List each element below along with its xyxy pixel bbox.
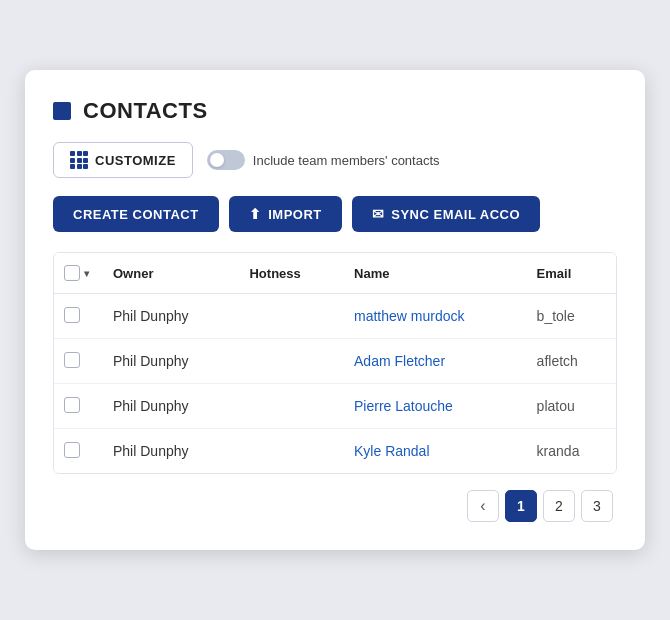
row-name[interactable]: Adam Fletcher xyxy=(340,339,523,384)
contacts-table: ▾ Owner Hotness Name Email Phil Dunphy m… xyxy=(54,253,616,473)
page-1-button[interactable]: 1 xyxy=(505,490,537,522)
row-owner: Phil Dunphy xyxy=(99,294,235,339)
sync-email-label: SYNC EMAIL ACCO xyxy=(391,207,520,222)
create-contact-label: CREATE CONTACT xyxy=(73,207,199,222)
create-contact-button[interactable]: CREATE CONTACT xyxy=(53,196,219,232)
row-owner: Phil Dunphy xyxy=(99,339,235,384)
row-checkbox-2[interactable] xyxy=(64,397,80,413)
row-checkbox-cell xyxy=(54,429,99,474)
row-owner: Phil Dunphy xyxy=(99,384,235,429)
pagination: ‹ 1 2 3 xyxy=(53,490,617,522)
import-button[interactable]: ⬆ IMPORT xyxy=(229,196,342,232)
row-email: kranda xyxy=(523,429,616,474)
col-hotness: Hotness xyxy=(235,253,340,294)
email-icon: ✉ xyxy=(372,206,385,222)
table-header-row: ▾ Owner Hotness Name Email xyxy=(54,253,616,294)
col-owner: Owner xyxy=(99,253,235,294)
col-name: Name xyxy=(340,253,523,294)
row-checkbox-cell xyxy=(54,384,99,429)
check-header: ▾ xyxy=(54,253,99,294)
table-row: Phil Dunphy Adam Fletcher afletch xyxy=(54,339,616,384)
page-2-button[interactable]: 2 xyxy=(543,490,575,522)
toggle-label: Include team members' contacts xyxy=(253,153,440,168)
customize-button[interactable]: CUSTOMIZE xyxy=(53,142,193,178)
row-email: b_tole xyxy=(523,294,616,339)
import-icon: ⬆ xyxy=(249,206,262,222)
check-dropdown-arrow[interactable]: ▾ xyxy=(84,268,89,279)
contacts-table-wrap: ▾ Owner Hotness Name Email Phil Dunphy m… xyxy=(53,252,617,474)
row-checkbox-cell xyxy=(54,339,99,384)
row-name[interactable]: Kyle Randal xyxy=(340,429,523,474)
select-all-checkbox[interactable] xyxy=(64,265,80,281)
page-title: CONTACTS xyxy=(83,98,208,124)
contacts-card: CONTACTS CUSTOMIZE Include team members'… xyxy=(25,70,645,550)
row-email: platou xyxy=(523,384,616,429)
import-label: IMPORT xyxy=(268,207,322,222)
grid-icon xyxy=(70,151,88,169)
page-3-button[interactable]: 3 xyxy=(581,490,613,522)
row-hotness xyxy=(235,294,340,339)
col-email: Email xyxy=(523,253,616,294)
action-row: CREATE CONTACT ⬆ IMPORT ✉ SYNC EMAIL ACC… xyxy=(53,196,617,232)
row-hotness xyxy=(235,429,340,474)
toolbar-row: CUSTOMIZE Include team members' contacts xyxy=(53,142,617,178)
row-checkbox-0[interactable] xyxy=(64,307,80,323)
row-checkbox-1[interactable] xyxy=(64,352,80,368)
toggle-wrap: Include team members' contacts xyxy=(207,150,440,170)
table-row: Phil Dunphy Kyle Randal kranda xyxy=(54,429,616,474)
team-members-toggle[interactable] xyxy=(207,150,245,170)
contacts-icon xyxy=(53,102,71,120)
row-name[interactable]: Pierre Latouche xyxy=(340,384,523,429)
row-hotness xyxy=(235,339,340,384)
row-name[interactable]: matthew murdock xyxy=(340,294,523,339)
table-row: Phil Dunphy Pierre Latouche platou xyxy=(54,384,616,429)
customize-label: CUSTOMIZE xyxy=(95,153,176,168)
table-row: Phil Dunphy matthew murdock b_tole xyxy=(54,294,616,339)
sync-email-button[interactable]: ✉ SYNC EMAIL ACCO xyxy=(352,196,540,232)
row-checkbox-3[interactable] xyxy=(64,442,80,458)
row-email: afletch xyxy=(523,339,616,384)
row-hotness xyxy=(235,384,340,429)
row-checkbox-cell xyxy=(54,294,99,339)
prev-page-button[interactable]: ‹ xyxy=(467,490,499,522)
page-header: CONTACTS xyxy=(53,98,617,124)
row-owner: Phil Dunphy xyxy=(99,429,235,474)
